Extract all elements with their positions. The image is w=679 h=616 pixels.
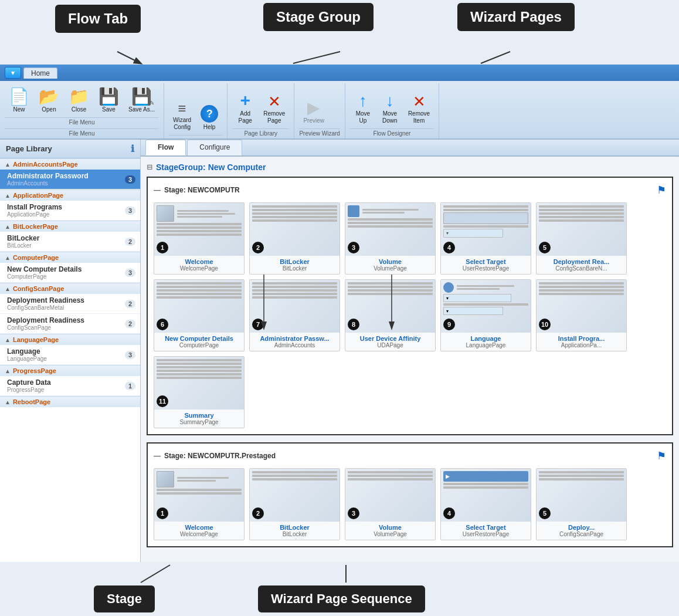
remove-page-button[interactable]: ✕ RemovePage <box>259 91 289 127</box>
preview-icon: ▶ <box>307 100 320 116</box>
lib-item-sub-capture: ProgressPage <box>7 387 51 393</box>
lib-section-AdminAccountsPage[interactable]: ▲ AdminAccountsPage <box>0 158 140 170</box>
page-badge-2: 2 <box>252 242 264 253</box>
lib-item-deploy-readiness-2[interactable]: Deployment Readiness ConfigScanPage 2 <box>0 314 140 334</box>
lib-section-ApplicationPage[interactable]: ▲ ApplicationPage <box>0 189 140 201</box>
lib-item-language[interactable]: Language LanguagePage 3 <box>0 345 140 365</box>
wizard-page-p4[interactable]: ▶ 4 Select Target UserRestorePage <box>440 468 531 540</box>
wizard-page-2[interactable]: 2 BitLocker BitLocker <box>249 202 340 275</box>
wizard-page-9[interactable]: ▾ ▾ 9 Language LanguagePage <box>440 279 531 351</box>
open-button[interactable]: 📂 Open <box>35 86 63 116</box>
lib-item-new-computer[interactable]: New Computer Details ComputerPage 3 <box>0 263 140 283</box>
lib-item-count-computer: 3 <box>125 269 135 277</box>
wizard-page-p2[interactable]: 2 BitLocker BitLocker <box>249 468 340 540</box>
lib-section-ConfigScanPage[interactable]: ▲ ConfigScanPage <box>0 283 140 294</box>
wizard-page-info-11: Summary SummaryPage <box>154 409 244 428</box>
page-badge-9: 9 <box>443 319 455 330</box>
open-label: Open <box>42 106 56 113</box>
stage-flag-prestaged: ⚑ <box>657 449 666 462</box>
wizard-pages-label: Wizard Pages <box>457 3 575 31</box>
lib-section-ComputerPage[interactable]: ▲ ComputerPage <box>0 252 140 263</box>
wizard-config-icon: ≡ <box>178 101 186 116</box>
lib-item-sub-computer: ComputerPage <box>7 273 82 280</box>
home-tab[interactable]: Home <box>23 67 57 79</box>
wizard-page-info-p1: Welcome WelcomePage <box>154 522 244 540</box>
help-button[interactable]: ? Help <box>196 102 222 134</box>
office-button[interactable]: ▾ <box>5 67 21 79</box>
wizard-page-1[interactable]: 1 Welcome WelcomePage <box>154 202 245 275</box>
new-button[interactable]: 📄 New <box>5 86 33 116</box>
page-badge-8: 8 <box>348 319 359 330</box>
info-icon[interactable]: ℹ <box>131 143 134 154</box>
collapse-icon-computer: ▲ <box>5 255 11 261</box>
move-up-button[interactable]: ↑ MoveUp <box>350 90 376 127</box>
wizard-page-name-p3: Volume <box>349 524 432 531</box>
stage-box-prestaged: — Stage: NEWCOMPUTR.Prestaged ⚑ <box>147 442 673 547</box>
stage-group-area: ⊟ StageGroup: New Computer — Stage: NEWC… <box>141 157 679 560</box>
add-page-button[interactable]: + AddPage <box>232 89 258 127</box>
save-label: Save <box>102 106 116 113</box>
lib-section-LanguagePage[interactable]: ▲ LanguagePage <box>0 334 140 345</box>
move-down-button[interactable]: ↓ MoveDown <box>377 90 403 127</box>
svg-line-3 <box>141 565 170 583</box>
lib-item-deploy-readiness-1[interactable]: Deployment Readiness ConfigScanBareMetal… <box>0 294 140 314</box>
wizard-config-button[interactable]: ≡ WizardConfig <box>169 99 195 134</box>
remove-item-button[interactable]: ✕ RemoveItem <box>404 91 434 127</box>
wizard-page-info-3: Volume VolumePage <box>345 256 435 274</box>
close-button[interactable]: 📁 Close <box>64 86 93 116</box>
ribbon-body: 📄 New 📂 Open 📁 Close 💾 Save 💾✎ Sa <box>0 81 679 138</box>
wizard-page-p3[interactable]: 3 Volume VolumePage <box>345 468 436 540</box>
collapse-icon-bitlocker: ▲ <box>5 224 11 230</box>
lib-section-BitLockerPage[interactable]: ▲ BitLockerPage <box>0 221 140 232</box>
wizard-page-type-10: ApplicationPa... <box>540 342 623 348</box>
wizard-page-6[interactable]: 6 New Computer Details ComputerPage <box>154 279 245 351</box>
wizard-page-type-5: ConfigScanBareN... <box>540 265 623 272</box>
lib-section-label-computer: ComputerPage <box>13 254 59 261</box>
page-library-header: Page Library ℹ <box>0 140 140 158</box>
wizard-config-group-label <box>169 135 222 138</box>
save-as-button[interactable]: 💾✎ Save As... <box>124 86 159 116</box>
wizard-page-3[interactable]: 3 Volume VolumePage <box>345 202 436 275</box>
wizard-page-p5[interactable]: 5 Deploy... ConfigScanPage <box>536 468 627 540</box>
ribbon: ▾ Home 📄 New 📂 Open 📁 Close 💾 <box>0 65 679 140</box>
ribbon-group-items-pagelibrary: + AddPage ✕ RemovePage <box>232 86 289 127</box>
page-library-title: Page Library <box>6 144 52 153</box>
flow-tabs: Flow Configure <box>141 140 679 157</box>
flow-tab-label: Flow Tab <box>55 5 141 33</box>
save-as-icon: 💾✎ <box>131 89 152 105</box>
wizard-page-type-7: AdminAccounts <box>253 342 336 348</box>
lib-item-install-programs[interactable]: Install Programs ApplicationPage 3 <box>0 201 140 221</box>
wizard-page-5[interactable]: 5 Deployment Rea... ConfigScanBareN... <box>536 202 627 275</box>
lib-item-bitlocker[interactable]: BitLocker BitLocker 2 <box>0 232 140 252</box>
collapse-icon-reboot: ▲ <box>5 399 11 405</box>
wizard-pages-prestaged-row1: 1 Welcome WelcomePage <box>154 468 666 540</box>
lib-item-capture-data[interactable]: Capture Data ProgressPage 1 <box>0 376 140 396</box>
svg-line-0 <box>117 52 141 63</box>
page-badge-p5: 5 <box>539 507 551 519</box>
stage-group-collapse[interactable]: ⊟ <box>147 163 152 171</box>
wizard-page-11[interactable]: 11 Summary SummaryPage <box>154 356 245 428</box>
move-up-icon: ↑ <box>359 93 367 109</box>
lib-section-ProgressPage[interactable]: ▲ ProgressPage <box>0 365 140 376</box>
lib-item-count-install: 3 <box>125 207 135 215</box>
wizard-page-sequence-label: Wizard Page Sequence <box>258 585 425 612</box>
lib-section-RebootPage[interactable]: ▲ RebootPage <box>0 396 140 407</box>
tab-configure[interactable]: Configure <box>187 140 242 155</box>
wizard-page-10[interactable]: 10 Install Progra... ApplicationPa... <box>536 279 627 351</box>
add-page-icon: + <box>240 92 250 109</box>
ribbon-group-items-wizard: ≡ WizardConfig ? Help <box>169 86 222 134</box>
wizard-page-p1[interactable]: 1 Welcome WelcomePage <box>154 468 245 540</box>
wizard-page-name-5: Deployment Rea... <box>540 258 623 265</box>
stage-group-label: Stage Group <box>263 3 374 31</box>
collapse-icon-app: ▲ <box>5 192 11 199</box>
tab-flow[interactable]: Flow <box>145 140 186 155</box>
wizard-page-type-4: UserRestorePage <box>444 265 527 272</box>
wizard-page-4[interactable]: ▾ 4 Select Target UserRestorePage <box>440 202 531 275</box>
lib-item-admin-password[interactable]: Administrator Password AdminAccounts 3 <box>0 170 140 189</box>
page-library-sidebar: Page Library ℹ ▲ AdminAccountsPage Admin… <box>0 140 141 562</box>
wizard-page-type-p4: UserRestorePage <box>444 531 527 537</box>
page-badge-11: 11 <box>157 395 168 407</box>
lib-item-title-install: Install Programs <box>7 203 62 211</box>
save-button[interactable]: 💾 Save <box>94 86 123 116</box>
preview-button[interactable]: ▶ Preview <box>299 97 328 127</box>
